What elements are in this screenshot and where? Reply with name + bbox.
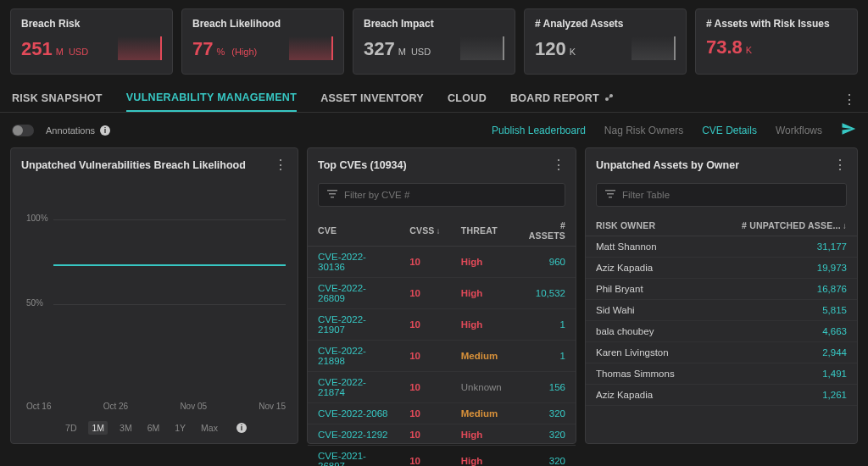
table-row[interactable]: CVE-2022-2190710High1: [308, 309, 576, 341]
table-row[interactable]: CVE-2022-129210High320: [308, 424, 576, 446]
tab-asset-inventory[interactable]: ASSET INVENTORY: [320, 87, 424, 111]
kpi-breach-impact[interactable]: Breach Impact 327M USD: [353, 8, 515, 75]
cve-filter[interactable]: [318, 183, 565, 207]
cve-link[interactable]: CVE-2022-21898: [308, 341, 399, 372]
cve-link[interactable]: CVE-2022-21874: [308, 372, 399, 403]
owner-name: Aziz Kapadia: [586, 258, 705, 279]
table-row[interactable]: Karen Livingston2,944: [586, 342, 857, 363]
col-assets[interactable]: # ASSETS: [512, 214, 576, 247]
tab-risk-snapshot[interactable]: RISK SNAPSHOT: [12, 87, 103, 111]
kpi-breach-risk[interactable]: Breach Risk 251M USD: [10, 8, 173, 75]
tab-bar: RISK SNAPSHOT VULNERABILITY MANAGEMENT A…: [0, 81, 868, 113]
cve-details-link[interactable]: CVE Details: [702, 125, 757, 136]
asset-count[interactable]: 10,532: [512, 278, 576, 309]
cvss-value: 10: [399, 309, 451, 341]
table-row[interactable]: CVE-2022-3013610High960: [308, 247, 576, 278]
y-axis-label: 100%: [26, 214, 48, 223]
owner-name: bala choubey: [586, 321, 705, 342]
publish-leaderboard-link[interactable]: Publish Leaderboard: [492, 125, 586, 136]
panel-title: Top CVEs (10934): [318, 159, 407, 171]
info-icon[interactable]: i: [236, 423, 247, 433]
asset-count[interactable]: 960: [512, 247, 576, 278]
owner-filter[interactable]: [596, 183, 847, 207]
unpatched-count[interactable]: 4,663: [705, 321, 857, 342]
x-tick: Nov 15: [259, 402, 286, 411]
table-row[interactable]: CVE-2022-206810Medium320: [308, 403, 576, 424]
cve-link[interactable]: CVE-2021-26897: [308, 446, 399, 467]
cve-link[interactable]: CVE-2022-1292: [308, 424, 399, 446]
col-cvss[interactable]: CVSS↓: [399, 214, 451, 247]
panel-menu-icon[interactable]: ⋮: [552, 157, 565, 173]
asset-count[interactable]: 320: [512, 403, 576, 424]
tab-cloud[interactable]: CLOUD: [448, 87, 487, 111]
range-7d[interactable]: 7D: [62, 421, 80, 435]
unpatched-count[interactable]: 1,261: [705, 385, 857, 406]
kpi-value: 251: [21, 38, 53, 60]
asset-count[interactable]: 320: [512, 446, 576, 467]
tab-overflow-menu[interactable]: ⋮: [843, 92, 856, 108]
range-3m[interactable]: 3M: [116, 421, 136, 435]
table-row[interactable]: Aziz Kapadia19,973: [586, 258, 857, 279]
table-row[interactable]: Thomas Simmons1,491: [586, 363, 857, 385]
unpatched-count[interactable]: 19,973: [705, 258, 857, 279]
col-owner[interactable]: RISK OWNER: [586, 214, 705, 236]
range-1y[interactable]: 1Y: [171, 421, 189, 435]
tab-board-report[interactable]: BOARD REPORT: [510, 87, 615, 111]
table-row[interactable]: CVE-2022-2187410Unknown156: [308, 372, 576, 403]
unpatched-count[interactable]: 2,944: [705, 342, 857, 363]
unpatched-count[interactable]: 5,815: [705, 300, 857, 321]
tab-vulnerability-management[interactable]: VULNERABILITY MANAGEMENT: [126, 86, 297, 112]
kpi-suffix: (High): [231, 47, 257, 57]
svg-rect-3: [327, 190, 337, 191]
chart-area[interactable]: 100% 50% Oct 16 Oct 26 Nov 05 Nov 15 7D …: [11, 180, 298, 443]
cve-table: CVE CVSS↓ THREAT # ASSETS CVE-2022-30136…: [308, 214, 576, 466]
cve-link[interactable]: CVE-2022-2068: [308, 403, 399, 424]
unpatched-count[interactable]: 31,177: [705, 236, 857, 258]
owner-filter-input[interactable]: [622, 190, 837, 200]
panel-menu-icon[interactable]: ⋮: [274, 157, 287, 173]
range-max[interactable]: Max: [198, 421, 221, 435]
asset-count[interactable]: 1: [512, 341, 576, 372]
cve-link[interactable]: CVE-2022-26809: [308, 278, 399, 309]
asset-count[interactable]: 320: [512, 424, 576, 446]
kpi-unit: %: [216, 47, 225, 57]
table-row[interactable]: CVE-2022-2189810Medium1: [308, 341, 576, 372]
col-cve[interactable]: CVE: [308, 214, 399, 247]
table-row[interactable]: bala choubey4,663: [586, 321, 857, 342]
panel-breach-likelihood-chart: Unpatched Vulnerabilities Breach Likelih…: [10, 147, 298, 444]
cve-filter-input[interactable]: [344, 190, 556, 200]
table-row[interactable]: Sid Wahi5,815: [586, 300, 857, 321]
unpatched-count[interactable]: 16,876: [705, 279, 857, 300]
owner-name: Sid Wahi: [586, 300, 705, 321]
kpi-title: Breach Likelihood: [192, 18, 333, 30]
col-unpatched[interactable]: # UNPATCHED ASSE...↓: [705, 214, 857, 236]
threat-value: High: [451, 446, 512, 467]
threat-value: High: [451, 278, 512, 309]
col-threat[interactable]: THREAT: [451, 214, 512, 247]
table-row[interactable]: CVE-2021-2689710High320: [308, 446, 576, 467]
table-row[interactable]: Phil Bryant16,876: [586, 279, 857, 300]
range-1m[interactable]: 1M: [88, 421, 108, 435]
table-row[interactable]: Aziz Kapadia1,261: [586, 385, 857, 406]
kpi-breach-likelihood[interactable]: Breach Likelihood 77% (High): [181, 8, 344, 75]
range-6m[interactable]: 6M: [144, 421, 164, 435]
owner-name: Karen Livingston: [586, 342, 705, 363]
send-icon[interactable]: [841, 121, 856, 139]
cve-link[interactable]: CVE-2022-21907: [308, 309, 399, 341]
owner-name: Matt Shannon: [586, 236, 705, 258]
kpi-analyzed-assets[interactable]: # Analyzed Assets 120K: [524, 8, 687, 75]
asset-count[interactable]: 156: [512, 372, 576, 403]
nag-risk-owners-link[interactable]: Nag Risk Owners: [604, 125, 683, 136]
kpi-unit: K: [570, 47, 576, 57]
workflows-link[interactable]: Workflows: [776, 125, 822, 136]
info-icon[interactable]: i: [100, 125, 110, 136]
panel-menu-icon[interactable]: ⋮: [833, 157, 847, 173]
table-row[interactable]: CVE-2022-2680910High10,532: [308, 278, 576, 309]
kpi-value: 120: [535, 38, 566, 60]
cve-link[interactable]: CVE-2022-30136: [308, 247, 399, 278]
unpatched-count[interactable]: 1,491: [705, 363, 857, 385]
asset-count[interactable]: 1: [512, 309, 576, 341]
annotations-toggle[interactable]: [12, 125, 34, 136]
table-row[interactable]: Matt Shannon31,177: [586, 236, 857, 258]
kpi-assets-risk-issues[interactable]: # Assets with Risk Issues 73.8K: [695, 8, 858, 75]
